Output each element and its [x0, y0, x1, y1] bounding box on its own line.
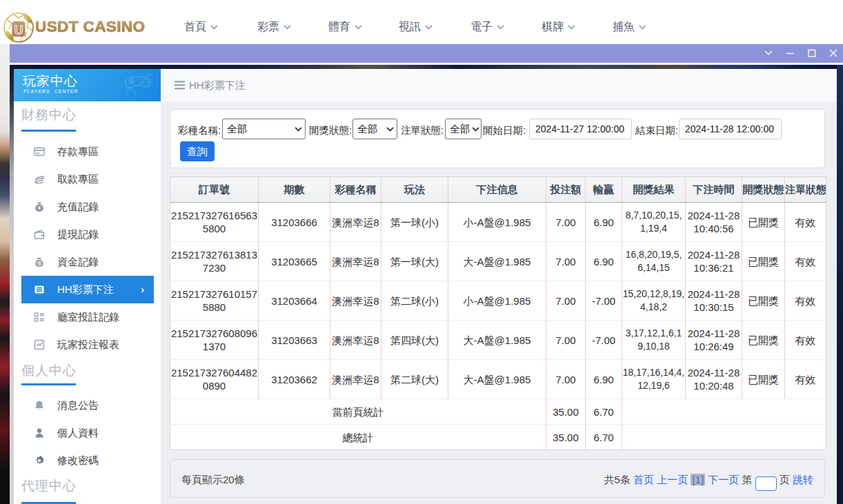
svg-text:casino: casino — [12, 36, 23, 39]
svg-text:U: U — [14, 23, 23, 37]
